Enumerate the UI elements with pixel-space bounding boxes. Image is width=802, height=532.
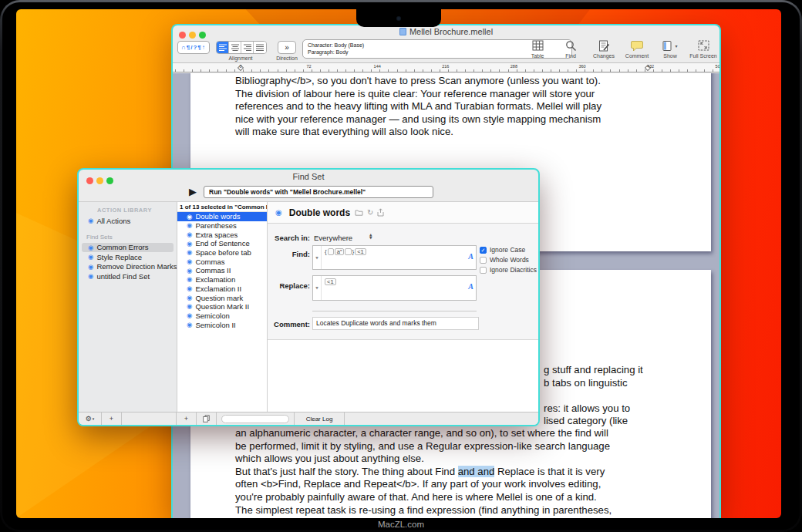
page2-text[interactable]: an alphanumeric character, a character r… xyxy=(235,427,612,517)
styled-text-icon[interactable]: A xyxy=(468,252,473,261)
folder-icon[interactable] xyxy=(355,209,363,216)
list-item-semicolon[interactable]: ◉Semicolon xyxy=(177,311,267,321)
main-titlebar[interactable]: Mellel Brochure.mellel xyxy=(173,25,719,37)
align-left-button[interactable] xyxy=(217,42,229,53)
ruler-tick xyxy=(217,69,218,72)
list-item-label: Space before tab xyxy=(195,248,251,257)
run-play-button[interactable]: ▶ xyxy=(189,185,197,199)
search-in-value[interactable]: Everywhere xyxy=(314,234,352,242)
checkbox-ignore-case[interactable]: ✓Ignore Case xyxy=(480,246,525,254)
list-item-question-mark[interactable]: ◉Question mark xyxy=(177,293,267,302)
sidebar-item-untitled-find-set[interactable]: ◉untitled Find Set xyxy=(82,271,174,281)
sidebar-item-all-actions[interactable]: ◉ All Actions xyxy=(82,216,174,226)
share-icon[interactable] xyxy=(377,208,384,217)
ruler-tick xyxy=(662,69,662,72)
checkbox-box[interactable] xyxy=(480,257,487,264)
ruler-tick xyxy=(687,69,688,72)
checkbox-box[interactable] xyxy=(480,267,487,274)
align-right-button[interactable] xyxy=(241,42,254,53)
detail-header: ◉ Double words ↻ xyxy=(268,202,538,224)
doc-text: But that's just half the story. The thin… xyxy=(235,466,458,477)
show-button[interactable]: ▾ Show xyxy=(657,39,683,59)
doc-line: often <b>Find, Replace and Repeat</b>. I… xyxy=(235,478,612,491)
list-item-commas-ii[interactable]: ◉Commas II xyxy=(177,266,267,275)
dropdown-triangle-icon[interactable]: ▼ xyxy=(313,246,322,269)
add-action-button[interactable]: + xyxy=(177,412,197,425)
clear-log-button[interactable]: Clear Log xyxy=(294,412,345,425)
ruler-tick xyxy=(542,69,543,72)
search-in-stepper[interactable]: ▲▼ xyxy=(369,234,372,240)
find-action-icon: ◉ xyxy=(187,249,192,256)
sidebar-item-common-errors[interactable]: ◉Common Errors xyxy=(82,243,174,253)
align-center-button[interactable] xyxy=(229,42,241,53)
refresh-icon[interactable]: ↻ xyxy=(367,208,373,217)
doc-line: references and to the heavy lifting with… xyxy=(235,100,602,113)
ruler-tick xyxy=(534,69,534,72)
find-button[interactable]: Find xyxy=(558,39,584,59)
ruler[interactable]: 072144216288360432504 xyxy=(173,62,719,72)
add-find-set-button[interactable]: + xyxy=(102,412,122,425)
list-item-label: Commas II xyxy=(195,266,231,274)
list-item-label: End of Sentence xyxy=(195,239,249,247)
checkbox-ignore-diacritics[interactable]: Ignore Diacritics xyxy=(480,266,537,274)
ruler-tick xyxy=(303,69,304,72)
dialog-titlebar[interactable]: Find Set xyxy=(79,170,538,184)
list-item-space-before-tab[interactable]: ◉Space before tab xyxy=(177,248,267,258)
alignment-label: Alignment xyxy=(216,56,265,61)
character-style-control[interactable]: ∩¶/?¶↑ xyxy=(177,41,210,54)
find-expression-field[interactable]: ▼ { a” }<1 A xyxy=(312,245,477,270)
expression-token: a” xyxy=(335,248,345,255)
list-item-extra-spaces[interactable]: ◉Extra spaces xyxy=(177,230,267,239)
find-set-dialog: Find Set ▶ Run "Double words" with "Mell… xyxy=(77,168,540,426)
changes-button[interactable]: Changes xyxy=(591,39,617,59)
list-item-semicolon-ii[interactable]: ◉Semicolon II xyxy=(177,320,267,329)
expression-token xyxy=(328,248,334,255)
camera-dot xyxy=(396,16,401,21)
gear-icon: ⚙ xyxy=(86,415,92,423)
doc-text: Replace is that it is very xyxy=(494,466,605,477)
log-filter-field[interactable] xyxy=(221,415,289,423)
find-action-icon: ◉ xyxy=(187,268,192,274)
ruler-tick xyxy=(209,69,210,72)
ruler-tick xyxy=(286,69,287,72)
checkbox-whole-words[interactable]: Whole Words xyxy=(480,256,529,264)
doc-line: nice with your reference manager — and u… xyxy=(235,113,602,126)
fullscreen-button[interactable]: Full Screen xyxy=(690,39,716,59)
table-button[interactable]: Table xyxy=(524,39,551,59)
ruler-tick xyxy=(388,69,389,72)
list-item-exclamation-ii[interactable]: ◉Exclamation II xyxy=(177,285,267,294)
gear-menu-button[interactable]: ⚙▾ xyxy=(79,412,102,425)
dropdown-triangle-icon[interactable]: ▼ xyxy=(313,276,322,300)
direction-button[interactable]: » xyxy=(278,41,296,54)
replace-expression-field[interactable]: ▼ <1 A xyxy=(312,275,477,301)
ruler-tick xyxy=(431,69,432,72)
sidebar-item-remove-direction-marks[interactable]: ◉Remove Direction Marks xyxy=(82,262,174,272)
expression-token xyxy=(345,248,351,255)
page2-text-fragments[interactable]: g stuff and replacing itb tabs on lingui… xyxy=(544,364,643,428)
comment-button[interactable]: Comment xyxy=(624,39,650,59)
run-action-button[interactable]: Run "Double words" with "Mellel Brochure… xyxy=(204,186,433,198)
ruler-tick xyxy=(278,69,278,72)
list-item-end-of-sentence[interactable]: ◉End of Sentence xyxy=(177,239,267,248)
list-item-exclamation[interactable]: ◉Exclamation xyxy=(177,275,267,285)
ruler-tick xyxy=(345,69,346,72)
list-item-label: Question Mark II xyxy=(195,302,249,311)
ruler-tick xyxy=(482,69,483,72)
checkbox-box[interactable]: ✓ xyxy=(480,247,487,254)
doc-line: g stuff and replacing it xyxy=(544,364,643,377)
sidebar-item-style-replace[interactable]: ◉Style Replace xyxy=(82,252,174,262)
list-item-commas[interactable]: ◉Commas xyxy=(177,257,267,266)
replace-tokens: <1 xyxy=(325,278,336,285)
page1-text[interactable]: Bibliography</b>, so you don't have to p… xyxy=(235,75,602,139)
comment-field[interactable]: Locates Duplicate words and marks them xyxy=(312,317,479,330)
duplicate-button[interactable] xyxy=(197,412,217,425)
find-tokens: { a” }<1 xyxy=(325,248,366,255)
list-item-double-words[interactable]: ◉Double words xyxy=(177,212,267,221)
list-item-question-mark-ii[interactable]: ◉Question Mark II xyxy=(177,302,267,311)
action-library-sidebar: ACTION LIBRARY ◉ All Actions Find Sets ◉… xyxy=(79,202,177,412)
list-item-parentheses[interactable]: ◉Parentheses xyxy=(177,221,267,231)
ruler-tick xyxy=(645,69,645,72)
ruler-tick xyxy=(559,69,560,72)
styled-text-icon[interactable]: A xyxy=(468,282,473,291)
align-justify-button[interactable] xyxy=(254,42,266,53)
